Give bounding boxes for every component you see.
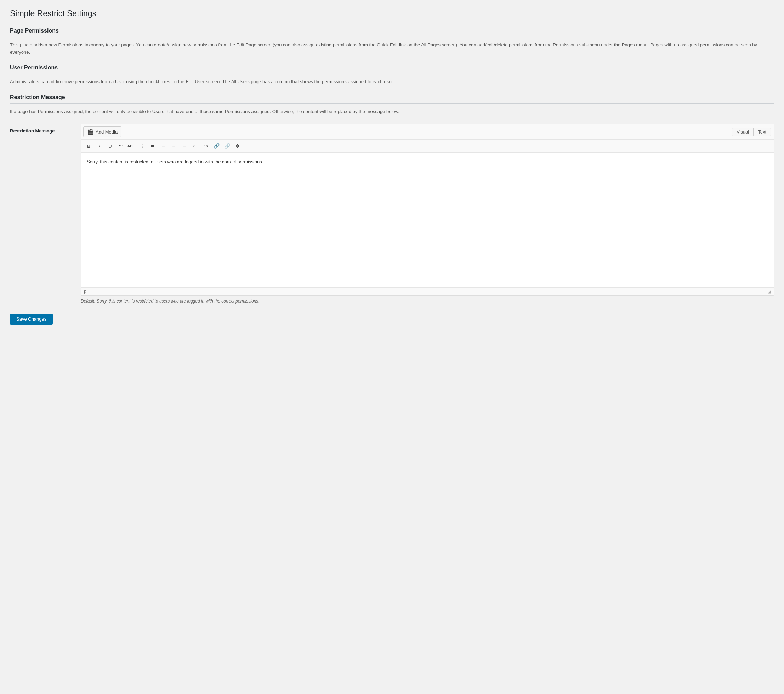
field-editor-cell: 🎬 Add Media Visual Text B I U “” ABC ⁝: [81, 124, 774, 303]
default-text-label: Default:: [81, 298, 95, 303]
restriction-message-description: If a page has Permissions assigned, the …: [10, 108, 774, 115]
view-tabs: Visual Text: [732, 127, 771, 137]
toolbar-italic[interactable]: I: [94, 141, 104, 150]
section-heading-user-permissions: User Permissions: [10, 64, 774, 74]
toolbar-ordered-list[interactable]: ≐: [148, 141, 158, 150]
toolbar-redo[interactable]: ↪: [201, 141, 211, 150]
user-permissions-description: Administrators can add/remove permission…: [10, 78, 774, 86]
toolbar-strikethrough[interactable]: ABC: [127, 141, 136, 150]
toolbar-fullscreen[interactable]: ✥: [233, 141, 242, 150]
add-media-icon: 🎬: [87, 129, 94, 135]
restriction-message-row: Restriction Message 🎬 Add Media Visual T…: [10, 124, 774, 303]
toolbar-align-right[interactable]: ≡: [180, 141, 189, 150]
toolbar-align-left[interactable]: ≡: [158, 141, 168, 150]
tab-visual[interactable]: Visual: [732, 127, 754, 137]
section-heading-page-permissions: Page Permissions: [10, 28, 774, 37]
resize-handle[interactable]: ◢: [768, 289, 771, 294]
editor-content-text: Sorry, this content is restricted to use…: [87, 159, 263, 164]
page-permissions-description: This plugin adds a new Permissions taxon…: [10, 41, 774, 56]
add-media-button[interactable]: 🎬 Add Media: [83, 127, 122, 137]
toolbar-align-center[interactable]: ≡: [169, 141, 179, 150]
settings-form-table: Restriction Message 🎬 Add Media Visual T…: [10, 124, 774, 303]
save-changes-button[interactable]: Save Changes: [10, 313, 53, 325]
toolbar-blockquote[interactable]: “”: [116, 141, 126, 150]
editor-toolbar: B I U “” ABC ⁝ ≐ ≡ ≡ ≡ ↩ ↪ 🔗 🔗 ✥: [81, 140, 774, 153]
editor-top-bar: 🎬 Add Media Visual Text: [81, 124, 774, 140]
toolbar-bold[interactable]: B: [84, 141, 94, 150]
toolbar-remove-link[interactable]: 🔗: [222, 141, 232, 150]
editor-footer: p ◢: [81, 287, 774, 295]
editor-tag-indicator: p: [84, 289, 86, 294]
toolbar-insert-link[interactable]: 🔗: [211, 141, 221, 150]
tab-text[interactable]: Text: [753, 127, 771, 137]
toolbar-underline[interactable]: U: [105, 141, 115, 150]
section-heading-restriction-message: Restriction Message: [10, 94, 774, 104]
editor-content-area[interactable]: Sorry, this content is restricted to use…: [81, 153, 774, 287]
toolbar-unordered-list[interactable]: ⁝: [137, 141, 147, 150]
page-title: Simple Restrict Settings: [10, 8, 774, 19]
default-text-value: Sorry, this content is restricted to use…: [97, 298, 260, 303]
field-label-restriction-message: Restriction Message: [10, 124, 81, 303]
default-text-hint: Default: Sorry, this content is restrict…: [81, 298, 774, 303]
editor-wrapper: 🎬 Add Media Visual Text B I U “” ABC ⁝: [81, 124, 774, 296]
toolbar-undo[interactable]: ↩: [190, 141, 200, 150]
add-media-label: Add Media: [96, 129, 118, 135]
